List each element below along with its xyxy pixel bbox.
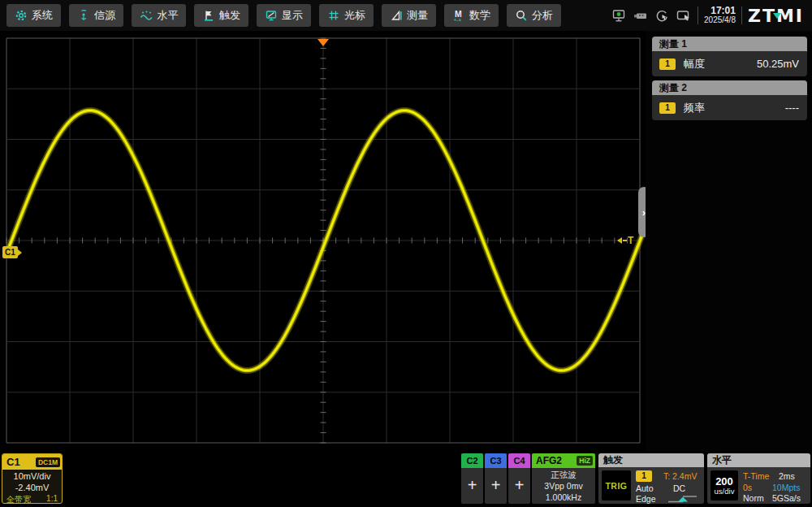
afg-impedance-badge: HiZ	[577, 456, 593, 466]
channel3-add-card[interactable]: C3 +	[485, 453, 507, 504]
measurement-title: 测量 2	[652, 80, 807, 95]
clock-time: 17:01	[704, 6, 736, 15]
source-channel-badge: 1	[659, 58, 676, 70]
measurement-label: 频率	[684, 101, 705, 115]
channel1-ground-marker[interactable]: C1	[2, 246, 18, 258]
measurement-value: ----	[785, 102, 799, 114]
measurement-card-2[interactable]: 测量 2 1 频率 ----	[652, 80, 807, 120]
rising-edge-icon	[667, 494, 699, 504]
menu-analyze-button[interactable]: 分析	[507, 4, 561, 27]
trigger-level-value[interactable]: T: 2.4mV	[663, 471, 697, 481]
svg-text:+-×: +-×	[454, 17, 462, 23]
cursor-grid-icon	[327, 9, 340, 22]
menu-label: 数学	[469, 8, 490, 23]
channel1-probe-ratio: 1:1	[46, 494, 58, 504]
menu-label: 触发	[219, 8, 240, 23]
menu-math-button[interactable]: M +-× 数学	[444, 4, 499, 27]
plus-icon: +	[461, 468, 483, 502]
channel3-name: C3	[485, 453, 507, 468]
trigger-status-box: TRIG	[602, 470, 631, 500]
network-monitor-icon	[611, 8, 627, 24]
channel1-scale: 10mV/div	[2, 471, 62, 483]
afg-frequency: 1.000kHz	[532, 492, 595, 503]
timebase-unit: us/div	[715, 487, 735, 496]
trigger-position-marker[interactable]	[317, 39, 329, 46]
measurement-panel: 测量 1 1 幅度 50.25mV 测量 2 1 频率 ----	[646, 31, 812, 452]
trigger-level-marker[interactable]: T	[617, 235, 633, 246]
t-time-value: 2ms	[779, 471, 795, 481]
channel4-name: C4	[508, 453, 530, 468]
bottom-status-bar: C1 DC1M 10mV/div -2.40mV 全带宽 1:1 C2 + C3…	[0, 452, 812, 507]
timebase-box[interactable]: 200 us/div	[710, 470, 738, 500]
afg-card[interactable]: AFG2 HiZ 正弦波 3Vpp 0mv 1.000kHz	[532, 453, 595, 504]
menu-label: 系统	[32, 8, 53, 23]
afg-name: AFG2	[536, 455, 562, 466]
menu-label: 光标	[344, 8, 365, 23]
top-toolbar: 系统 信源 水平 触发	[0, 0, 812, 31]
trigger-flag-icon	[202, 9, 215, 22]
trigger-mode[interactable]: Auto	[636, 483, 654, 493]
measurement-title: 测量 1	[652, 37, 807, 51]
measurement-card-1[interactable]: 测量 1 1 幅度 50.25mV	[652, 37, 807, 76]
channel1-card[interactable]: C1 DC1M 10mV/div -2.40mV 全带宽 1:1	[2, 453, 63, 504]
usb-icon	[633, 8, 649, 24]
horizontal-wave-icon	[140, 9, 153, 22]
left-arrow-icon	[617, 237, 622, 244]
divider	[741, 6, 742, 24]
status-icons	[611, 8, 692, 24]
waveform-display[interactable]: C1 T	[0, 31, 646, 452]
trigger-type[interactable]: Edge	[636, 494, 656, 504]
menu-measure-button[interactable]: 测量	[382, 4, 436, 27]
graticule-and-waveform	[0, 31, 646, 452]
brand-logo: ZTMI	[748, 6, 804, 26]
channel1-coupling-badge: DC1M	[36, 457, 60, 467]
menu-horizontal-button[interactable]: 水平	[132, 4, 186, 27]
acquisition-mode[interactable]: Norm	[743, 493, 764, 503]
menu-system-button[interactable]: 系统	[6, 4, 61, 27]
horizontal-title: 水平	[707, 453, 810, 467]
sample-rate: 5GSa/s	[772, 493, 801, 503]
trigger-card[interactable]: 触发 TRIG 1 T: 2.4mV Auto DC Edge	[598, 453, 704, 504]
menu-label: 水平	[158, 8, 179, 23]
timebase-scale: 200	[715, 476, 733, 487]
dash-icon	[623, 240, 627, 241]
measurement-label: 幅度	[684, 57, 705, 72]
afg-waveform-type: 正弦波	[532, 469, 595, 480]
menu-source-button[interactable]: 信源	[69, 4, 123, 27]
trigger-title: 触发	[598, 453, 704, 467]
t-time-label: T-Time	[743, 471, 769, 481]
channel1-offset: -2.40mV	[2, 483, 62, 494]
plus-icon: +	[485, 468, 507, 502]
menu-cursor-button[interactable]: 光标	[319, 4, 374, 27]
menu-display-button[interactable]: 显示	[257, 4, 311, 27]
afg-amplitude: 3Vpp 0mv	[532, 480, 595, 492]
channel1-bandwidth: 全带宽	[6, 494, 31, 504]
touch-icon	[654, 8, 670, 24]
channel2-add-card[interactable]: C2 +	[461, 453, 483, 504]
channel2-name: C2	[461, 453, 483, 468]
trigger-source-badge[interactable]: 1	[636, 470, 652, 482]
horizontal-card[interactable]: 水平 200 us/div T-Time 2ms 0s 10Mpts Norm …	[707, 453, 810, 504]
measurement-row[interactable]: 1 幅度 50.25mV	[652, 51, 807, 76]
math-icon: M +-×	[452, 9, 465, 22]
memory-depth: 10Mpts	[772, 483, 800, 492]
plus-icon: +	[508, 468, 530, 502]
gesture-icon	[676, 8, 692, 24]
trigger-coupling[interactable]: DC	[673, 483, 685, 493]
horizontal-position[interactable]: 0s	[743, 483, 752, 492]
analyze-magnifier-icon	[515, 9, 528, 22]
clock: 17:01 2025/4/8	[704, 6, 736, 25]
measurement-row[interactable]: 1 频率 ----	[652, 95, 807, 120]
divider	[698, 6, 698, 24]
channel4-add-card[interactable]: C4 +	[508, 453, 530, 504]
menu-label: 显示	[282, 8, 303, 23]
clock-date: 2025/4/8	[704, 15, 736, 25]
display-monitor-icon	[265, 9, 278, 22]
gear-icon	[15, 9, 28, 22]
menu-trigger-button[interactable]: 触发	[194, 4, 248, 27]
source-broadcast-icon	[77, 9, 90, 22]
measure-triangle-icon	[390, 9, 403, 22]
measurement-value: 50.25mV	[757, 58, 799, 70]
menu-buttons: 系统 信源 水平 触发	[6, 4, 561, 27]
source-channel-badge: 1	[659, 102, 676, 114]
